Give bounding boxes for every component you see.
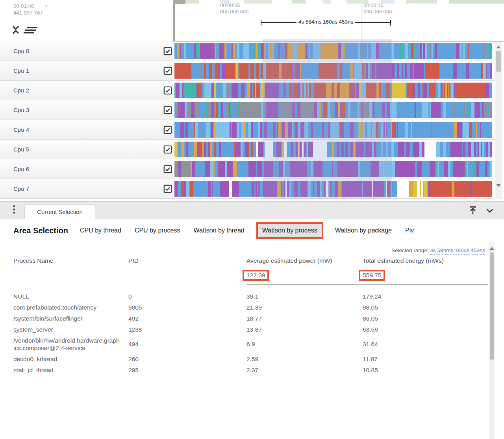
- tab-piv[interactable]: Piv: [405, 227, 414, 234]
- cell-name: /system/bin/surfaceflinger: [13, 313, 128, 324]
- bottom-panel-tabstrip: Current Selection: [0, 201, 504, 220]
- process-power-table: Process NamePIDAverage estimated power (…: [13, 256, 488, 375]
- cell-total_energy: 98.05: [363, 302, 488, 313]
- tab-current-selection[interactable]: Current Selection: [24, 204, 95, 220]
- track-row-cpu-5[interactable]: Cpu 5: [0, 140, 504, 159]
- track-checkbox[interactable]: [163, 165, 172, 173]
- cell-pid: 492: [128, 313, 246, 324]
- selected-range-label: Selected range:: [391, 247, 429, 253]
- cell-pid: 0: [128, 291, 246, 302]
- track-checkbox[interactable]: [163, 125, 172, 134]
- tab-cpu-by-process[interactable]: CPU by process: [135, 227, 180, 234]
- timeline-tracks-area[interactable]: Cpu 0Cpu 1Cpu 2Cpu 3Cpu 4Cpu 5Cpu 6Cpu 7: [0, 41, 504, 199]
- tab-menu-icon[interactable]: [13, 205, 15, 215]
- cell-total_energy: 63.59: [363, 324, 488, 335]
- cell-pid: 1238: [128, 324, 246, 335]
- track-row-cpu-0[interactable]: Cpu 0: [0, 41, 504, 61]
- cell-avg_power: 2.37: [246, 364, 363, 375]
- span-line-right: [355, 22, 390, 23]
- perfetto-trace-viewer: 00:01:48+ 441 907 767 4s 584ms 160us 453…: [0, 0, 504, 439]
- cell-name: decon0_kthread: [13, 353, 128, 364]
- track-label: Cpu 4: [13, 120, 29, 139]
- cell-pid: 295: [128, 364, 246, 375]
- cell-pid: 260: [128, 353, 246, 364]
- column-header: Average estimated power (mW): [246, 256, 363, 265]
- time-tick-label: 00:00:05000 000 000: [220, 2, 248, 15]
- track-slices[interactable]: [174, 122, 492, 138]
- collapse-all-tracks-icon[interactable]: [11, 25, 20, 37]
- tab-cpu-by-thread[interactable]: CPU by thread: [80, 227, 121, 234]
- track-checkbox[interactable]: [163, 184, 172, 193]
- track-checkbox[interactable]: [163, 47, 172, 55]
- track-label: Cpu 5: [13, 140, 29, 159]
- tracks-scroll-down-icon[interactable]: [496, 184, 501, 187]
- tab-wattson-by-thread[interactable]: Wattson by thread: [193, 227, 244, 234]
- cell-total_energy: 31.64: [363, 339, 488, 350]
- cell-avg_power: 39.1: [246, 291, 363, 302]
- span-line-left: [261, 22, 296, 23]
- time-ruler[interactable]: 00:01:48+ 441 907 767 4s 584ms 160us 453…: [0, 0, 504, 42]
- panel-scrollbar[interactable]: [489, 242, 495, 439]
- cell-total_energy: 86.05: [363, 313, 488, 324]
- overview-segment: [449, 0, 504, 4]
- track-checkbox[interactable]: [163, 66, 172, 75]
- track-row-cpu-6[interactable]: Cpu 6: [0, 159, 504, 179]
- total-energy: 559.75: [359, 270, 385, 281]
- panel-title: Area Selection: [13, 226, 68, 235]
- track-label: Cpu 0: [13, 41, 29, 61]
- track-row-cpu-3[interactable]: Cpu 3: [0, 100, 504, 120]
- column-header: PID: [128, 256, 246, 265]
- collapse-panel-icon[interactable]: [485, 205, 495, 218]
- selected-range-value[interactable]: 4s 584ms 160us 453ns: [430, 247, 485, 255]
- track-checkbox[interactable]: [163, 86, 172, 95]
- selected-range-readout: Selected range: 4s 584ms 160us 453ns: [391, 247, 485, 253]
- track-row-cpu-2[interactable]: Cpu 2: [0, 81, 504, 100]
- track-slices[interactable]: [174, 43, 492, 59]
- track-slices[interactable]: [174, 142, 492, 157]
- cell-pid: 9005: [128, 302, 246, 313]
- expand-panel-fully-icon[interactable]: [468, 205, 478, 218]
- tab-wattson-by-package[interactable]: Wattson by package: [335, 227, 392, 234]
- track-checkbox[interactable]: [163, 106, 172, 114]
- panel-scrollbar-thumb[interactable]: [490, 253, 494, 360]
- viewport-left-edge-handle[interactable]: [173, 4, 175, 41]
- panel-scroll-up-icon[interactable]: [489, 247, 494, 250]
- track-slices[interactable]: [174, 102, 492, 118]
- cell-avg_power: 6.9: [246, 339, 363, 350]
- overview-segment: [292, 0, 306, 4]
- track-slices[interactable]: [174, 63, 492, 79]
- track-label: Cpu 3: [13, 100, 29, 120]
- analysis-tabs: CPU by threadCPU by processWattson by th…: [80, 224, 414, 237]
- wattson-by-process-panel: Selected range: 4s 584ms 160us 453ns Pro…: [0, 242, 504, 439]
- tracks-scrollbar[interactable]: [495, 42, 502, 199]
- track-slices[interactable]: [174, 83, 492, 98]
- tracks-scrollbar-thumb[interactable]: [496, 51, 501, 72]
- cell-avg_power: 13.87: [246, 324, 363, 335]
- cell-avg_power: 21.39: [246, 302, 363, 313]
- cell-total_energy: 11.87: [363, 353, 488, 364]
- span-duration-label: 4s 584ms 160us 453ns: [296, 19, 356, 25]
- cell-name: /vendor/bin/hw/android.hardware.graphics…: [13, 335, 128, 353]
- cell-avg_power: 18.77: [246, 313, 363, 324]
- overview-segment: [323, 0, 331, 4]
- track-slices[interactable]: [174, 181, 492, 197]
- track-label: Cpu 6: [13, 159, 29, 179]
- cell-pid: 494: [128, 339, 246, 350]
- tab-wattson-by-process[interactable]: Wattson by process: [258, 224, 322, 237]
- area-selection-header: Area Selection CPU by threadCPU by proce…: [0, 219, 504, 242]
- tracks-scroll-up-icon[interactable]: [496, 46, 501, 48]
- total-avg-power: 122.09: [243, 270, 269, 281]
- track-row-cpu-4[interactable]: Cpu 4: [0, 120, 504, 140]
- track-row-cpu-1[interactable]: Cpu 1: [0, 61, 504, 81]
- track-row-cpu-7[interactable]: Cpu 7: [0, 179, 504, 199]
- track-checkbox[interactable]: [163, 145, 172, 154]
- cell-avg_power: 2.59: [246, 353, 363, 364]
- cell-name: NULL: [13, 291, 128, 302]
- track-label: Cpu 1: [13, 61, 29, 80]
- cell-name: com.prefabulated.touchlatency: [13, 302, 128, 313]
- flatten-tracks-icon[interactable]: [24, 27, 37, 35]
- overview-segment: [406, 0, 437, 4]
- track-slices[interactable]: [174, 161, 492, 177]
- column-header: Process Name: [13, 256, 128, 265]
- cell-total_energy: 10.85: [363, 364, 488, 375]
